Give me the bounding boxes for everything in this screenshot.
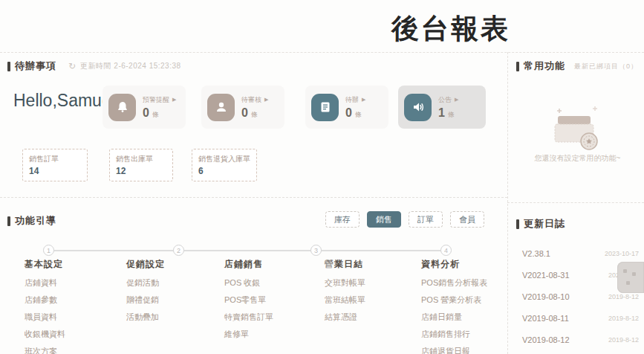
greeting-text: Hello,Samuel [13,91,115,111]
todo-section-header: 待辦事項 ↻ 更新時間 2-6-2024 15:23:38 [7,59,181,73]
tab-inventory[interactable]: 庫存 [325,211,360,228]
guide-link[interactable]: 店鋪退貨日報 [421,343,487,354]
guide-link[interactable]: 贈禮促銷 [126,292,165,309]
stat-body: 預警提醒▶ 0條 [143,95,176,120]
guide-link[interactable]: 店鋪銷售排行 [421,326,487,343]
section-bar [516,62,519,71]
guide-link[interactable]: 當班結帳單 [325,292,365,309]
step-circle-1: 1 [43,245,54,256]
favorites-section-title: 常用功能 [524,59,565,73]
guide-link[interactable]: 店鋪參數 [25,292,65,309]
guide-tabs: 庫存 銷售 訂單 會員 [282,211,484,228]
stat-label: 預警提醒 [143,95,169,105]
guide-section-title: 功能引導 [15,214,56,228]
changelog-section-header: 更新日誌 [516,217,565,231]
column-title: 促銷設定 [126,258,165,271]
divider-vertical [507,52,508,354]
section-bar [7,216,10,226]
guide-link[interactable]: 職員資料 [25,309,65,326]
stat-card-announcement[interactable]: 公告▶ 1條 [398,86,486,129]
guide-link[interactable]: POS銷售分析報表 [421,274,487,292]
stat-label: 待辦 [345,95,359,105]
divider-middle-right [507,202,644,203]
stat-body: 公告▶ 1條 [438,95,458,120]
guide-column-store-sales: 店鋪銷售 POS 收銀 POS零售單 特賣銷售訂單 維修單 [224,258,273,343]
divider-top [0,52,644,53]
guide-link[interactable]: 結算憑證 [325,309,365,326]
guide-link[interactable]: 活動疊加 [126,309,165,326]
arrow-right-icon: ▶ [172,97,176,103]
changelog-entry[interactable]: V2019-08-11 2019-8-12 [522,307,639,329]
version-label: V2019-08-10 [522,292,570,301]
guide-link[interactable]: 收銀機資料 [25,326,65,343]
stat-unit: 條 [448,110,455,120]
mini-card-value: 6 [198,166,250,176]
mini-card-outbound-orders[interactable]: 銷售出庫單 12 [109,149,173,181]
guide-link[interactable]: POS 收銀 [224,274,273,292]
version-label: V2019-08-12 [522,335,570,344]
guide-link[interactable]: 特賣銷售訂單 [224,309,273,326]
stat-card-alert[interactable]: 預警提醒▶ 0條 [103,86,186,129]
favorites-empty-text: 您還沒有設定常用的功能~ [516,153,639,164]
guide-link[interactable]: 交班對帳單 [325,274,365,292]
section-bar [516,219,519,229]
stat-card-pending[interactable]: 待辦▶ 0條 [305,86,388,129]
version-label: V2.38.1 [522,249,550,258]
stat-label: 待審核 [241,95,261,105]
column-title: 店鋪銷售 [224,258,273,271]
bell-icon [108,94,136,121]
guide-column-promotion-settings: 促銷設定 促銷活動 贈禮促銷 活動疊加 [126,258,165,326]
column-title: 資料分析 [421,258,487,271]
floating-widget[interactable] [617,262,644,293]
tab-sales[interactable]: 銷售 [367,211,401,228]
stat-unit: 條 [152,110,159,120]
guide-link[interactable]: 店鋪資料 [25,274,65,292]
favorites-subtitle: 最新已綁項目（0） [574,62,638,71]
section-bar [7,62,10,71]
stat-body: 待審核▶ 0條 [241,95,268,120]
step-circle-4: 4 [440,245,452,256]
guide-link[interactable]: POS零售單 [224,292,273,309]
version-date: 2019-8-12 [608,336,639,344]
widget-dot [623,269,627,273]
favorites-section-header: 常用功能 最新已綁項目（0） [516,59,638,73]
updated-time: 更新時間 2-6-2024 15:23:38 [80,61,181,71]
guide-link[interactable]: 促銷活動 [126,274,165,292]
step-circle-2: 2 [173,245,184,256]
version-label: V2021-08-31 [522,271,570,280]
changelog-entry[interactable]: V2019-08-12 2019-8-12 [522,329,639,350]
version-date: 2019-8-12 [608,293,639,300]
guide-column-basic-settings: 基本設定 店鋪資料 店鋪參數 職員資料 收銀機資料 班次方案 列印範本 支付設定 [25,258,65,354]
stat-value: 0 [143,106,149,120]
guide-column-daily-closing: 營業日結 交班對帳單 當班結帳單 結算憑證 [325,258,365,326]
changelog-entry[interactable]: V2.38.1 2023-10-17 [522,242,639,264]
guide-link[interactable]: 班次方案 [25,343,65,354]
guide-link[interactable]: POS 營業分析表 [421,292,487,309]
stat-label: 公告 [438,95,452,105]
widget-dot [632,272,636,276]
version-label: V2019-08-11 [522,314,569,323]
mini-card-sales-orders[interactable]: 銷售訂單 14 [22,149,88,181]
arrow-right-icon: ▶ [264,97,268,103]
mini-card-label: 銷售訂單 [29,154,81,164]
refresh-icon[interactable]: ↻ [68,61,76,71]
mini-card-return-orders[interactable]: 銷售退貨入庫單 6 [192,149,257,181]
tab-orders[interactable]: 訂單 [409,211,443,228]
guide-column-data-analysis: 資料分析 POS銷售分析報表 POS 營業分析表 店鋪日銷量 店鋪銷售排行 店鋪… [421,258,487,354]
todo-section-title: 待辦事項 [15,59,56,73]
person-icon [207,94,235,121]
stat-unit: 條 [355,110,362,120]
mini-card-value: 14 [29,166,81,176]
stepper-line [48,250,446,251]
tab-members[interactable]: 會員 [450,211,484,228]
changelog-section-title: 更新日誌 [524,217,565,231]
empty-box-illustration [544,104,611,155]
guide-link[interactable]: 維修單 [224,326,273,343]
step-circle-3: 3 [310,245,322,256]
divider-middle-left [0,197,507,198]
stat-card-review[interactable]: 待審核▶ 0條 [201,86,284,129]
mini-card-label: 銷售出庫單 [116,154,166,164]
version-date: 2023-10-17 [605,250,639,257]
arrow-right-icon: ▶ [455,97,458,103]
guide-link[interactable]: 店鋪日銷量 [421,309,487,326]
